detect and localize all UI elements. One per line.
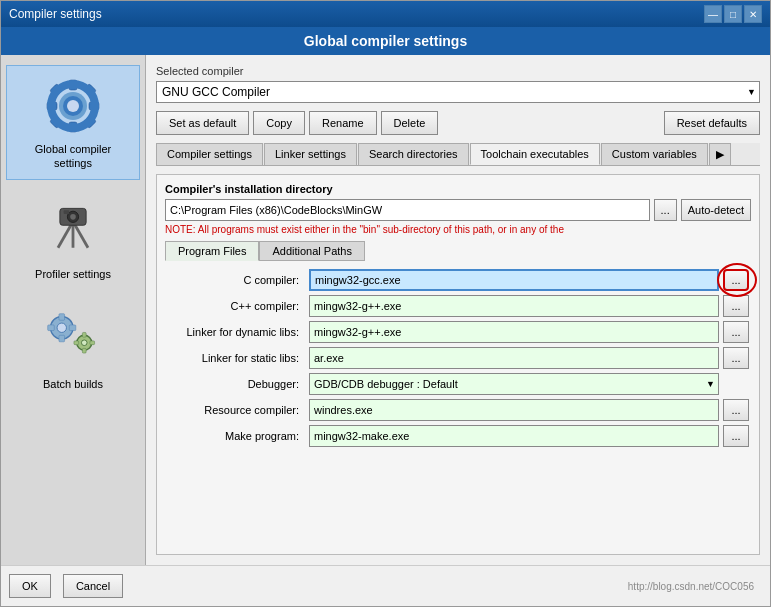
right-panel: Selected compiler GNU GCC Compiler Set a… bbox=[146, 55, 770, 565]
delete-button[interactable]: Delete bbox=[381, 111, 439, 135]
resource-compiler-input[interactable] bbox=[309, 399, 719, 421]
sidebar-item-batch-builds[interactable]: Batch builds bbox=[6, 300, 140, 400]
reset-defaults-button[interactable]: Reset defaults bbox=[664, 111, 760, 135]
sidebar-item-profiler-settings[interactable]: Profiler settings bbox=[6, 190, 140, 290]
close-button[interactable]: ✕ bbox=[744, 5, 762, 23]
tab-toolchain-executables[interactable]: Toolchain executables bbox=[470, 143, 600, 165]
compiler-select[interactable]: GNU GCC Compiler bbox=[156, 81, 760, 103]
title-bar: Compiler settings — □ ✕ bbox=[1, 1, 770, 27]
c-compiler-browse-wrapper: ... bbox=[723, 269, 751, 291]
toolchain-panel: Compiler's installation directory ... Au… bbox=[156, 174, 760, 555]
sub-tab-additional-paths[interactable]: Additional Paths bbox=[259, 241, 365, 261]
svg-rect-30 bbox=[82, 348, 86, 353]
compiler-select-section: Selected compiler GNU GCC Compiler bbox=[156, 65, 760, 103]
svg-rect-26 bbox=[69, 325, 76, 331]
make-program-label: Make program: bbox=[165, 430, 305, 442]
copy-button[interactable]: Copy bbox=[253, 111, 305, 135]
sidebar: Global compiler settings bbox=[1, 55, 146, 565]
debugger-dropdown-wrapper: GDB/CDB debugger : Default bbox=[309, 373, 719, 395]
resource-compiler-browse-button[interactable]: ... bbox=[723, 399, 749, 421]
cpp-compiler-label: C++ compiler: bbox=[165, 300, 305, 312]
tab-linker-settings[interactable]: Linker settings bbox=[264, 143, 357, 165]
installation-dir-row: ... Auto-detect bbox=[165, 199, 751, 221]
make-program-browse-button[interactable]: ... bbox=[723, 425, 749, 447]
installation-dir-browse-button[interactable]: ... bbox=[654, 199, 677, 221]
svg-rect-23 bbox=[59, 314, 65, 321]
debugger-label: Debugger: bbox=[165, 378, 305, 390]
batch-builds-icon bbox=[41, 309, 105, 373]
sub-tab-program-files[interactable]: Program Files bbox=[165, 241, 259, 261]
svg-rect-24 bbox=[59, 335, 65, 342]
auto-detect-button[interactable]: Auto-detect bbox=[681, 199, 751, 221]
cpp-compiler-input[interactable] bbox=[309, 295, 719, 317]
sidebar-label-global-compiler: Global compiler settings bbox=[15, 142, 131, 171]
toolbar-buttons: Set as default Copy Rename Delete Reset … bbox=[156, 111, 760, 135]
tab-scroll-right[interactable]: ▶ bbox=[709, 143, 731, 165]
ok-button[interactable]: OK bbox=[9, 574, 51, 598]
linker-dynamic-browse-button[interactable]: ... bbox=[723, 321, 749, 343]
gear-icon bbox=[41, 74, 105, 138]
linker-static-label: Linker for static libs: bbox=[165, 352, 305, 364]
linker-dynamic-input[interactable] bbox=[309, 321, 719, 343]
compiler-select-wrapper: GNU GCC Compiler bbox=[156, 81, 760, 103]
svg-rect-31 bbox=[74, 341, 79, 345]
dialog-header: Global compiler settings bbox=[1, 27, 770, 55]
debugger-select[interactable]: GDB/CDB debugger : Default bbox=[309, 373, 719, 395]
resource-compiler-label: Resource compiler: bbox=[165, 404, 305, 416]
main-tabs: Compiler settings Linker settings Search… bbox=[156, 143, 760, 166]
svg-point-19 bbox=[70, 214, 76, 220]
linker-static-browse-button[interactable]: ... bbox=[723, 347, 749, 369]
sub-tabs: Program Files Additional Paths bbox=[165, 241, 751, 261]
maximize-button[interactable]: □ bbox=[724, 5, 742, 23]
sidebar-label-profiler: Profiler settings bbox=[35, 267, 111, 281]
installation-dir-input[interactable] bbox=[165, 199, 650, 221]
make-program-input[interactable] bbox=[309, 425, 719, 447]
profiler-icon bbox=[41, 199, 105, 263]
main-content: Global compiler settings bbox=[1, 55, 770, 565]
svg-point-28 bbox=[81, 340, 87, 346]
tab-compiler-settings[interactable]: Compiler settings bbox=[156, 143, 263, 165]
cpp-compiler-browse-button[interactable]: ... bbox=[723, 295, 749, 317]
svg-point-22 bbox=[57, 323, 66, 332]
svg-rect-20 bbox=[64, 210, 70, 214]
svg-rect-32 bbox=[90, 341, 95, 345]
cancel-button[interactable]: Cancel bbox=[63, 574, 123, 598]
footer-link: http://blog.csdn.net/COC056 bbox=[628, 581, 754, 592]
sidebar-label-batch: Batch builds bbox=[43, 377, 103, 391]
title-bar-buttons: — □ ✕ bbox=[704, 5, 762, 23]
tab-custom-variables[interactable]: Custom variables bbox=[601, 143, 708, 165]
c-compiler-label: C compiler: bbox=[165, 274, 305, 286]
sidebar-item-global-compiler-settings[interactable]: Global compiler settings bbox=[6, 65, 140, 180]
installation-dir-note: NOTE: All programs must exist either in … bbox=[165, 224, 751, 235]
linker-static-input[interactable] bbox=[309, 347, 719, 369]
installation-dir-label: Compiler's installation directory bbox=[165, 183, 751, 195]
compiler-select-label: Selected compiler bbox=[156, 65, 760, 77]
dialog-footer: OK Cancel http://blog.csdn.net/COC056 bbox=[1, 565, 770, 606]
svg-rect-25 bbox=[48, 325, 55, 331]
compiler-settings-window: Compiler settings — □ ✕ Global compiler … bbox=[0, 0, 771, 607]
tab-search-directories[interactable]: Search directories bbox=[358, 143, 469, 165]
program-files-table: C compiler: ... C++ compiler: ... Linker… bbox=[165, 269, 751, 447]
minimize-button[interactable]: — bbox=[704, 5, 722, 23]
svg-point-13 bbox=[67, 100, 79, 112]
linker-dynamic-label: Linker for dynamic libs: bbox=[165, 326, 305, 338]
c-compiler-input[interactable] bbox=[309, 269, 719, 291]
c-compiler-browse-button[interactable]: ... bbox=[723, 269, 749, 291]
svg-rect-29 bbox=[82, 332, 86, 337]
rename-button[interactable]: Rename bbox=[309, 111, 377, 135]
window-title: Compiler settings bbox=[9, 7, 102, 21]
set-as-default-button[interactable]: Set as default bbox=[156, 111, 249, 135]
